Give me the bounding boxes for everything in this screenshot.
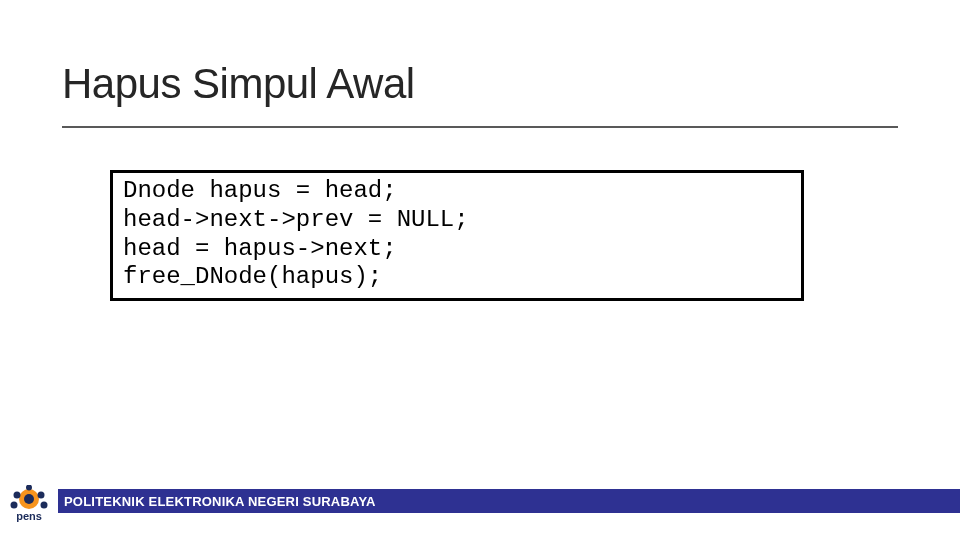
svg-point-2 [14,492,21,499]
svg-point-5 [41,502,48,509]
pens-logo: pens [2,484,56,524]
logo-icon: pens [4,485,54,523]
slide: Hapus Simpul Awal Dnode hapus = head; he… [0,0,960,540]
slide-title: Hapus Simpul Awal [62,60,415,108]
svg-point-4 [11,502,18,509]
footer-text: POLITEKNIK ELEKTRONIKA NEGERI SURABAYA [64,494,376,509]
code-block: Dnode hapus = head; head->next->prev = N… [110,170,804,301]
footer-bar: POLITEKNIK ELEKTRONIKA NEGERI SURABAYA [58,489,960,513]
logo-text: pens [16,510,42,522]
title-underline [62,126,898,128]
svg-point-1 [24,494,34,504]
code-text: Dnode hapus = head; head->next->prev = N… [123,177,791,292]
svg-point-3 [38,492,45,499]
footer: pens POLITEKNIK ELEKTRONIKA NEGERI SURAB… [0,486,960,516]
